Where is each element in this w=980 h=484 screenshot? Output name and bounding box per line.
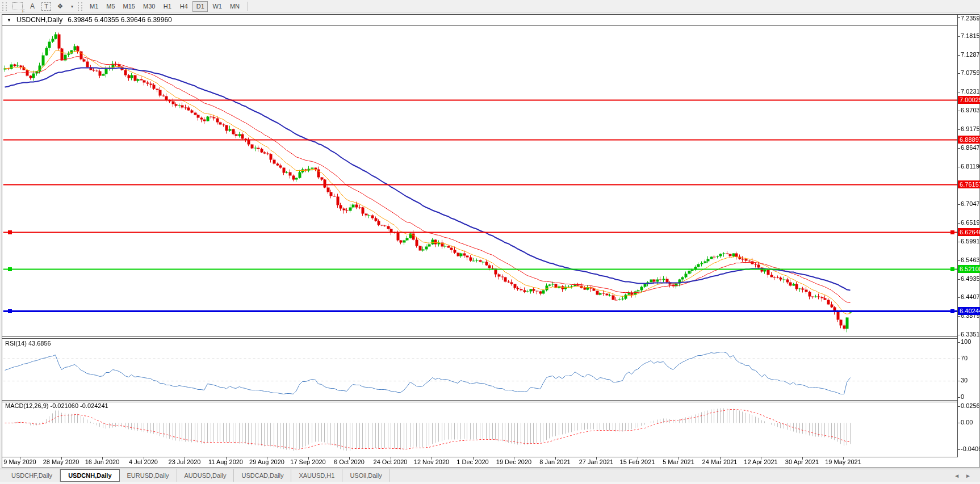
price-axis-tick [958,260,960,261]
time-axis-label: 12 Apr 2021 [744,458,777,465]
time-axis-label: 27 Jan 2021 [579,458,614,465]
rsi-panel-splitter[interactable] [2,336,957,337]
tab-usdcnh-daily[interactable]: USDCNH,Daily [60,469,119,482]
text-label-tool-icon[interactable]: A [27,1,38,11]
price-axis-tick [958,204,960,205]
time-axis-label: 12 Nov 2020 [414,458,449,465]
timeframe-button-h4[interactable]: H4 [176,1,191,12]
time-axis-label: 28 May 2020 [43,458,79,465]
rsi-plot-area[interactable] [3,339,957,399]
tab-scroll-left-icon[interactable]: ◄ [954,473,960,479]
macd-axis-label: 0.025623 [961,402,980,410]
hline-price-tag[interactable]: 6.62646 [958,228,980,236]
time-axis-label: 17 Sep 2020 [290,458,325,465]
hline-handle[interactable] [950,267,954,271]
macd-plot-area[interactable] [3,403,957,456]
macd-panel-splitter[interactable] [2,400,957,401]
main-chart-plot-area[interactable] [3,26,957,336]
timeframe-button-m30[interactable]: M30 [140,1,158,12]
price-axis-label: 6.59910 [961,238,980,245]
rsi-panel-splitter[interactable] [2,338,957,339]
macd-axis-tick [958,406,960,407]
rsi-axis-tick [958,342,960,343]
hline-price-tag[interactable]: 6.52108 [958,265,980,273]
hline-handle[interactable] [950,309,954,313]
time-axis-line [2,457,957,457]
tab-scroll-right-icon[interactable]: ► [965,473,971,479]
timeframe-button-w1[interactable]: W1 [209,1,225,12]
price-axis-tick [958,316,960,317]
price-axis-label: 6.65190 [961,219,980,226]
time-axis-label: 5 Mar 2021 [663,458,694,465]
tab-audusd-daily[interactable]: AUDUSD,Daily [177,469,234,482]
price-axis-label: 6.97030 [961,107,980,114]
time-axis-label: 23 Jul 2020 [169,458,201,465]
tools-dropdown-icon[interactable]: ▾ [69,1,75,11]
hline-price-tag[interactable]: 6.88897 [958,136,980,144]
hline-handle[interactable] [8,267,12,271]
chart-symbol-label: USDCNH,Daily [16,16,62,24]
macd-panel-splitter[interactable] [2,402,957,402]
tab-xauusd-h1[interactable]: XAUUSD,H1 [291,469,342,482]
grid-f-tool-icon[interactable]: F [12,1,23,11]
rsi-axis-tick [958,381,960,381]
price-axis-tick [958,55,960,56]
hline-price-tag[interactable]: 7.00029 [958,96,980,104]
rsi-axis-tick [958,359,960,359]
timeframe-button-d1[interactable]: D1 [192,1,208,12]
hline-price-tag[interactable]: 6.76157 [958,180,980,188]
text-tool-icon[interactable]: T [41,2,51,11]
hline-handle[interactable] [8,230,12,234]
tab-usdcad-daily[interactable]: USDCAD,Daily [234,469,291,482]
price-axis-label: 7.12870 [961,51,980,58]
hline-handle[interactable] [950,230,954,234]
price-axis-label: 7.23590 [961,15,980,22]
price-axis-label: 7.07590 [961,69,980,77]
toolbar-separator [247,2,248,11]
price-axis-label: 7.18150 [961,32,980,40]
symbol-dropdown-icon[interactable]: ▼ [7,18,11,23]
price-axis-tick [958,73,960,74]
macd-axis-label: -0.04068 [961,445,980,453]
timeframe-button-h1[interactable]: H1 [160,1,175,12]
price-axis-tick [958,167,960,167]
toolbar-drag-handle[interactable] [2,2,7,11]
title-separator-line [2,25,957,26]
timeframe-button-m15[interactable]: M15 [120,1,139,12]
hline-handle[interactable] [8,309,12,313]
time-axis-label: 24 Oct 2020 [374,458,408,465]
cursor-arrows-tool-icon[interactable]: ❖ [55,1,66,11]
toolbar: FAT❖▾ M1M5M15M30H1H4D1W1MN [0,0,980,13]
time-axis-label: 16 Jun 2020 [85,458,120,465]
tab-usdchf-daily[interactable]: USDCHF,Daily [4,469,60,482]
time-axis-label: 30 Apr 2021 [785,458,819,465]
price-axis-tick [958,242,960,242]
price-axis-label: 6.86470 [961,144,980,151]
time-axis-label: 8 Jan 2021 [539,458,570,465]
price-axis-tick [958,129,960,130]
macd-axis-label: 0.00 [961,419,973,426]
time-axis-label: 15 Feb 2021 [620,458,655,465]
price-axis-tick [958,111,960,111]
bottom-strip [0,482,980,484]
price-axis-tick [958,279,960,280]
price-axis-label: 6.54630 [961,256,980,264]
tab-usoil-daily[interactable]: USOil,Daily [342,469,390,482]
toolbar-drag-handle[interactable] [78,2,82,11]
timeframe-button-m1[interactable]: M1 [86,1,102,12]
timeframe-button-m5[interactable]: M5 [103,1,118,12]
time-axis-label: 4 Jul 2020 [129,458,158,465]
price-axis-tick [958,335,960,335]
hline-price-tag[interactable]: 6.40244 [958,307,980,315]
tab-eurusd-daily[interactable]: EURUSD,Daily [120,469,177,482]
timeframe-button-mn[interactable]: MN [227,1,243,12]
time-axis-label: 29 Aug 2020 [249,458,284,465]
price-axis-scale[interactable] [958,15,980,457]
price-axis-tick [958,223,960,224]
rsi-axis-label: 100 [961,338,971,346]
price-axis-label: 6.33510 [961,331,980,338]
rsi-axis-label: 0 [961,393,964,401]
rsi-axis-tick [958,397,960,398]
price-axis-line [957,15,958,457]
price-axis-label: 6.91750 [961,125,980,133]
